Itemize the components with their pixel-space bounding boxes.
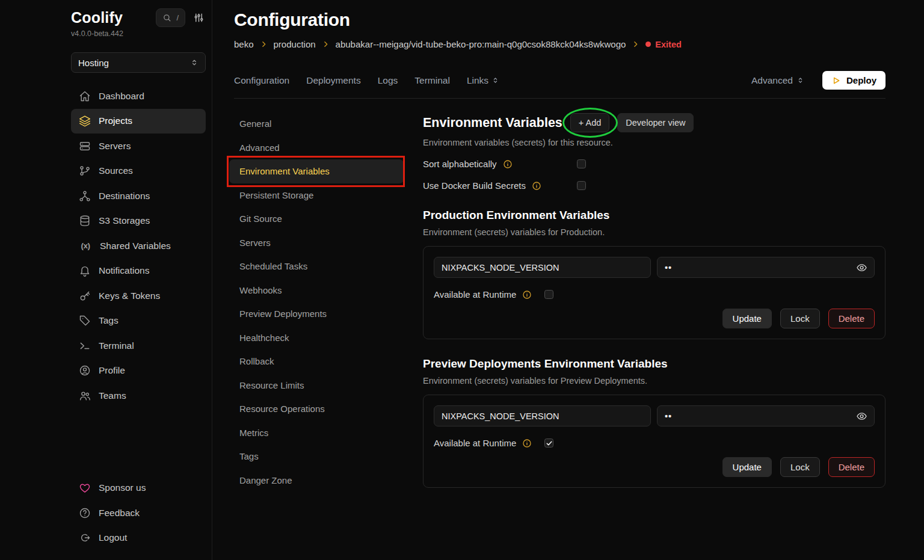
chevron-right-icon: [260, 40, 268, 48]
available-at-runtime-checkbox[interactable]: [544, 290, 553, 299]
info-icon: [522, 438, 532, 448]
sliders-icon: [192, 12, 205, 24]
advanced-dropdown[interactable]: Advanced: [748, 75, 808, 87]
sort-alphabetically-checkbox[interactable]: [577, 159, 586, 168]
variable-inputs: [434, 405, 875, 426]
variable-value-input[interactable]: [657, 405, 875, 426]
available-at-runtime-checkbox[interactable]: [544, 438, 553, 448]
reveal-value-button[interactable]: [855, 409, 869, 423]
tab-terminal[interactable]: Terminal: [414, 75, 450, 86]
tab-configuration[interactable]: Configuration: [234, 75, 289, 86]
coolify-app: Coolify / v4.0.0-beta.442: [0, 0, 924, 560]
sidebar-item-s3-storages[interactable]: S3 Storages: [71, 209, 206, 234]
subnav-item-label: Environment Variables: [239, 166, 330, 176]
sidebar-item-destinations[interactable]: Destinations: [71, 183, 206, 209]
deploy-button[interactable]: Deploy: [822, 71, 886, 90]
sidebar-item-dashboard[interactable]: Dashboard: [71, 84, 206, 109]
reveal-value-button[interactable]: [855, 260, 869, 274]
sidebar-item-shared-variables[interactable]: (x) Shared Variables: [71, 233, 206, 259]
tab-deployments[interactable]: Deployments: [306, 75, 360, 86]
add-variable-button[interactable]: + Add: [570, 113, 610, 132]
sidebar-item-logout[interactable]: Logout: [71, 526, 206, 551]
sidebar-item-terminal[interactable]: Terminal: [71, 333, 206, 358]
sidebar-menu: Dashboard Projects Servers Sources Desti…: [71, 84, 206, 408]
sidebar-item-label: Logout: [99, 532, 127, 543]
team-selector[interactable]: Hosting: [71, 52, 206, 73]
docker-build-secrets-checkbox[interactable]: [577, 181, 586, 190]
tab-links[interactable]: Links: [467, 75, 499, 86]
subnav-item-healthcheck[interactable]: Healthcheck: [229, 326, 404, 350]
sidebar-item-notifications[interactable]: Notifications: [71, 259, 206, 284]
sort-alphabetically-label-group: Sort alphabetically: [423, 159, 577, 169]
breadcrumb-resource[interactable]: abubakar--meigag/vid-tube-beko-pro:main-…: [336, 39, 626, 49]
sidebar-item-label: Profile: [99, 365, 125, 376]
sidebar-item-feedback[interactable]: Feedback: [71, 500, 206, 526]
update-button[interactable]: Update: [722, 457, 772, 477]
search-button[interactable]: /: [156, 8, 185, 27]
variable-inputs: [434, 257, 875, 278]
resource-tabbar: Configuration Deployments Logs Terminal …: [234, 71, 886, 90]
docker-build-secrets-row: Use Docker Build Secrets: [423, 180, 886, 191]
chevron-updown-icon: [190, 58, 199, 67]
sidebar-item-projects[interactable]: Projects: [71, 109, 206, 134]
network-icon: [79, 190, 91, 202]
developer-view-button[interactable]: Developer view: [617, 113, 694, 132]
production-variable-card: Available at Runtime Update Lock Delete: [423, 246, 886, 339]
subnav-item-tags[interactable]: Tags: [229, 445, 404, 469]
sidebar-item-label: Projects: [99, 115, 132, 126]
production-env-heading: Production Environment Variables: [423, 209, 886, 222]
delete-button[interactable]: Delete: [828, 309, 875, 328]
subnav-item-environment-variables[interactable]: Environment Variables: [229, 159, 404, 183]
sidebar-item-profile[interactable]: Profile: [71, 358, 206, 384]
tab-logs[interactable]: Logs: [378, 75, 398, 86]
subnav-item-persistent-storage[interactable]: Persistent Storage: [229, 183, 404, 208]
subnav-item-servers[interactable]: Servers: [229, 231, 404, 255]
key-icon: [79, 290, 91, 302]
tab-links-label: Links: [467, 75, 488, 86]
lock-button[interactable]: Lock: [780, 457, 820, 477]
sidebar-item-sponsor[interactable]: Sponsor us: [71, 476, 206, 501]
status-badge: Exited: [645, 40, 682, 49]
sidebar-item-label: Notifications: [99, 265, 149, 276]
subnav-item-resource-operations[interactable]: Resource Operations: [229, 397, 404, 421]
docker-build-secrets-label-group: Use Docker Build Secrets: [423, 180, 577, 191]
settings-button[interactable]: [191, 11, 206, 25]
help-icon: [79, 507, 91, 519]
update-button[interactable]: Update: [722, 309, 772, 328]
sidebar-item-sources[interactable]: Sources: [71, 159, 206, 184]
subnav-item-general[interactable]: General: [229, 112, 404, 136]
subnav-item-webhooks[interactable]: Webhooks: [229, 278, 404, 303]
search-icon: [162, 13, 171, 22]
delete-button[interactable]: Delete: [828, 457, 875, 477]
users-icon: [79, 390, 91, 402]
variable-actions: Update Lock Delete: [434, 309, 875, 328]
sidebar-item-tags[interactable]: Tags: [71, 309, 206, 334]
breadcrumb-project[interactable]: beko: [234, 39, 254, 49]
main-area: Configuration beko production abubakar--…: [212, 0, 924, 560]
subnav-item-preview-deployments[interactable]: Preview Deployments: [229, 302, 404, 326]
lock-button[interactable]: Lock: [780, 309, 820, 328]
subnav-item-git-source[interactable]: Git Source: [229, 207, 404, 231]
sidebar-item-servers[interactable]: Servers: [71, 134, 206, 159]
info-icon: [503, 159, 513, 169]
subnav-item-rollback[interactable]: Rollback: [229, 349, 404, 374]
subnav-item-resource-limits[interactable]: Resource Limits: [229, 374, 404, 398]
sidebar-item-label: Teams: [99, 390, 126, 401]
sidebar-item-label: Shared Variables: [100, 241, 171, 251]
logout-icon: [79, 532, 91, 544]
variable-name-input[interactable]: [434, 405, 651, 426]
subnav-item-danger-zone[interactable]: Danger Zone: [229, 469, 404, 493]
tag-icon: [79, 315, 91, 327]
sidebar-item-teams[interactable]: Teams: [71, 383, 206, 408]
subnav-item-scheduled-tasks[interactable]: Scheduled Tasks: [229, 254, 404, 278]
variable-value-input[interactable]: [657, 257, 875, 278]
breadcrumb-environment[interactable]: production: [274, 39, 316, 49]
subnav-item-metrics[interactable]: Metrics: [229, 421, 404, 445]
sidebar-footer: Sponsor us Feedback Logout: [71, 476, 206, 551]
user-circle-icon: [79, 365, 91, 377]
add-button-wrap: + Add: [570, 113, 610, 132]
variable-name-input[interactable]: [434, 257, 651, 278]
sidebar-item-keys-tokens[interactable]: Keys & Tokens: [71, 283, 206, 309]
sidebar: Coolify / v4.0.0-beta.442: [0, 0, 212, 560]
subnav-item-advanced[interactable]: Advanced: [229, 136, 404, 160]
